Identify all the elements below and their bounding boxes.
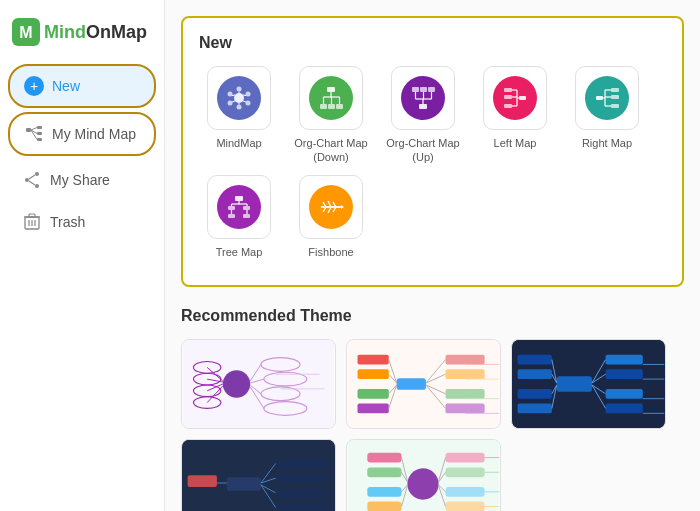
svg-rect-157: [276, 489, 330, 498]
sidebar-item-trash[interactable]: Trash: [8, 202, 156, 242]
svg-line-12: [29, 175, 35, 179]
svg-line-29: [243, 101, 246, 102]
theme-card-5[interactable]: [346, 439, 501, 511]
svg-point-24: [237, 105, 242, 110]
trash-icon: [22, 212, 42, 232]
svg-line-31: [232, 95, 235, 96]
svg-rect-42: [419, 104, 427, 109]
left-map-label: Left Map: [494, 136, 537, 150]
svg-rect-119: [446, 369, 485, 379]
svg-rect-113: [358, 403, 389, 413]
sidebar-item-new-label: New: [52, 78, 80, 94]
svg-rect-175: [446, 467, 485, 477]
svg-rect-131: [557, 376, 592, 392]
svg-line-32: [232, 101, 235, 102]
left-map-icon-wrap[interactable]: [483, 66, 547, 130]
svg-rect-44: [420, 87, 427, 92]
sidebar-item-my-share-label: My Share: [50, 172, 110, 188]
svg-rect-69: [235, 196, 243, 201]
map-item-tree-map[interactable]: Tree Map: [199, 175, 279, 259]
svg-rect-60: [596, 96, 603, 100]
svg-rect-33: [327, 87, 335, 92]
svg-rect-53: [504, 95, 512, 99]
svg-rect-177: [446, 501, 485, 511]
svg-rect-34: [320, 104, 327, 109]
right-map-icon: [585, 76, 629, 120]
my-mind-map-icon: [24, 124, 44, 144]
svg-point-89: [223, 370, 250, 397]
sidebar: M MindOnMap + New My Mind Map My Share T…: [0, 0, 165, 511]
svg-rect-43: [412, 87, 419, 92]
svg-rect-141: [606, 369, 643, 379]
fishbone-icon-wrap[interactable]: [299, 175, 363, 239]
svg-point-25: [228, 92, 233, 97]
svg-rect-132: [518, 355, 552, 365]
svg-rect-153: [188, 475, 217, 487]
sidebar-item-new[interactable]: + New: [8, 64, 156, 108]
sidebar-item-my-mind-map-label: My Mind Map: [52, 126, 136, 142]
svg-line-6: [31, 128, 37, 131]
new-section-title: New: [199, 34, 666, 52]
svg-rect-16: [29, 214, 35, 217]
svg-rect-118: [446, 355, 485, 365]
svg-rect-35: [328, 104, 335, 109]
theme-card-4[interactable]: [181, 439, 336, 511]
theme-card-3[interactable]: [511, 339, 666, 429]
right-map-icon-wrap[interactable]: [575, 66, 639, 130]
map-grid-row-2: Tree Map Fishbone: [199, 175, 666, 259]
sidebar-item-my-mind-map[interactable]: My Mind Map: [8, 112, 156, 156]
map-item-left-map[interactable]: Left Map: [475, 66, 555, 165]
svg-rect-166: [367, 453, 401, 463]
svg-rect-63: [611, 104, 619, 108]
sidebar-item-my-share[interactable]: My Share: [8, 160, 156, 200]
tree-map-icon-wrap[interactable]: [207, 175, 271, 239]
mindmap-icon-wrap[interactable]: [207, 66, 271, 130]
logo-text: MindOnMap: [44, 22, 147, 43]
svg-rect-156: [276, 474, 330, 483]
org-down-icon-wrap[interactable]: [299, 66, 363, 130]
svg-point-21: [237, 87, 242, 92]
svg-rect-54: [504, 104, 512, 108]
org-down-label: Org-Chart Map(Down): [294, 136, 367, 165]
svg-rect-174: [446, 453, 485, 463]
svg-rect-121: [446, 403, 485, 413]
theme-grid: [181, 339, 684, 511]
fishbone-label: Fishbone: [308, 245, 353, 259]
mindmap-icon: [217, 76, 261, 120]
map-item-org-up[interactable]: Org-Chart Map (Up): [383, 66, 463, 165]
theme-section-title: Recommended Theme: [181, 307, 684, 325]
svg-rect-62: [611, 95, 619, 99]
svg-rect-3: [37, 126, 42, 129]
theme-card-1[interactable]: [181, 339, 336, 429]
svg-rect-176: [446, 487, 485, 497]
svg-point-11: [35, 184, 39, 188]
svg-rect-71: [243, 206, 250, 210]
svg-rect-168: [367, 487, 401, 497]
svg-point-165: [407, 468, 438, 499]
map-item-org-down[interactable]: Org-Chart Map(Down): [291, 66, 371, 165]
svg-rect-143: [606, 403, 643, 413]
svg-rect-111: [358, 369, 389, 379]
svg-rect-120: [446, 389, 485, 399]
svg-rect-112: [358, 389, 389, 399]
svg-rect-169: [367, 501, 401, 511]
theme-card-2[interactable]: [346, 339, 501, 429]
new-icon: +: [24, 76, 44, 96]
org-up-icon-wrap[interactable]: [391, 66, 455, 130]
svg-rect-140: [606, 355, 643, 365]
logo-icon: M: [12, 18, 40, 46]
map-item-mindmap[interactable]: MindMap: [199, 66, 279, 165]
mindmap-label: MindMap: [216, 136, 261, 150]
svg-rect-109: [397, 378, 426, 390]
tree-map-label: Tree Map: [216, 245, 263, 259]
tree-map-icon: [217, 185, 261, 229]
svg-rect-4: [37, 132, 42, 135]
svg-rect-155: [276, 459, 330, 468]
map-item-fishbone[interactable]: Fishbone: [291, 175, 371, 259]
my-share-icon: [22, 170, 42, 190]
svg-point-20: [234, 93, 244, 103]
svg-rect-72: [228, 214, 235, 218]
map-item-right-map[interactable]: Right Map: [567, 66, 647, 165]
svg-line-13: [29, 181, 35, 185]
svg-point-23: [246, 101, 251, 106]
